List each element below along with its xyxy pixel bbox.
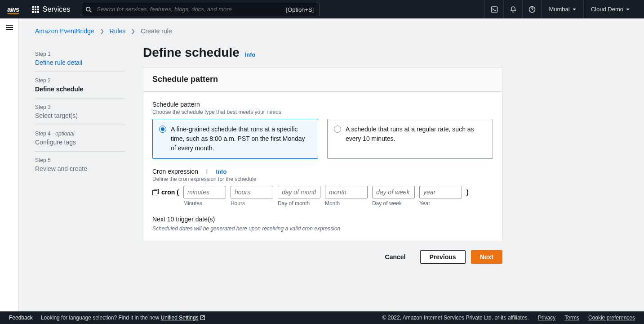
step-3: Step 3 Select target(s): [35, 99, 125, 125]
chevron-right-icon: ❯: [131, 28, 135, 34]
card-header: Schedule pattern: [143, 68, 502, 92]
account-selector[interactable]: Cloud Demo: [583, 0, 637, 18]
page-title: Define schedule Info: [143, 45, 502, 60]
sidebar-toggle[interactable]: [6, 25, 13, 311]
step-2: Step 2 Define schedule: [35, 72, 125, 99]
cron-minutes-input[interactable]: [183, 186, 226, 198]
breadcrumb-link-eventbridge[interactable]: Amazon EventBridge: [35, 27, 94, 35]
services-label: Services: [43, 5, 70, 14]
cron-desc: Define the cron expression for the sched…: [152, 176, 493, 182]
breadcrumb-link-rules[interactable]: Rules: [110, 27, 126, 35]
notifications-button[interactable]: [503, 0, 522, 18]
svg-rect-2: [491, 7, 497, 12]
terms-link[interactable]: Terms: [564, 315, 579, 321]
breadcrumb-current: Create rule: [141, 27, 172, 35]
previous-button[interactable]: Previous: [420, 250, 466, 264]
pattern-desc: Choose the schedule type that best meets…: [152, 109, 493, 115]
schedule-pattern-card: Schedule pattern Schedule pattern Choose…: [143, 67, 502, 241]
language-prompt: Looking for language selection? Find it …: [41, 315, 205, 321]
grid-icon: [32, 6, 39, 13]
search-shortcut-hint: [Option+S]: [286, 6, 314, 13]
step-future-select-targets: Select target(s): [35, 112, 125, 119]
step-current-define-schedule: Define schedule: [35, 86, 125, 93]
radio-regular-rate[interactable]: A schedule that runs at a regular rate, …: [327, 119, 493, 159]
breadcrumb: Amazon EventBridge ❯ Rules ❯ Create rule: [35, 27, 628, 35]
radio-icon: [334, 126, 341, 133]
step-4: Step 4 - optional Configure tags: [35, 125, 125, 152]
step-1: Step 1 Define rule detail: [35, 45, 125, 72]
copyright-text: © 2022, Amazon Internet Services Private…: [382, 315, 529, 321]
chevron-right-icon: ❯: [100, 28, 104, 34]
help-icon: [529, 6, 536, 13]
region-selector[interactable]: Mumbai: [541, 0, 583, 18]
caret-down-icon: [626, 9, 630, 10]
next-button[interactable]: Next: [471, 250, 502, 264]
cron-info-link[interactable]: Info: [216, 168, 227, 175]
cron-prefix: cron (: [152, 186, 179, 196]
cookie-prefs-link[interactable]: Cookie preferences: [588, 315, 635, 321]
cron-dayofmonth-input[interactable]: [278, 186, 320, 198]
radio-icon: [159, 126, 166, 133]
external-link-icon: [200, 315, 205, 320]
services-menu-button[interactable]: Services: [27, 0, 76, 18]
search-icon: [85, 6, 92, 13]
cron-expression-row: cron ( Minutes Hours: [152, 186, 493, 207]
wizard-actions: Cancel Previous Next: [143, 250, 502, 264]
content-area: Amazon EventBridge ❯ Rules ❯ Create rule…: [19, 18, 644, 311]
step-future-review: Review and create: [35, 165, 125, 172]
bottom-bar: Feedback Looking for language selection?…: [0, 311, 644, 324]
bell-icon: [510, 6, 517, 13]
step-5: Step 5 Review and create: [35, 152, 125, 178]
cancel-button[interactable]: Cancel: [376, 250, 415, 264]
caret-down-icon: [573, 9, 576, 10]
trigger-dates-note: Scheduled dates will be generated here u…: [152, 225, 493, 232]
unified-settings-link[interactable]: Unified Settings: [161, 315, 205, 321]
svg-line-1: [90, 10, 92, 12]
info-link[interactable]: Info: [245, 51, 256, 58]
feedback-link[interactable]: Feedback: [9, 315, 33, 321]
left-rail: [0, 18, 19, 311]
pattern-label: Schedule pattern: [152, 101, 493, 108]
aws-logo[interactable]: aws: [7, 5, 19, 13]
cron-month-input[interactable]: [325, 186, 368, 198]
radio-fine-grained[interactable]: A fine-grained schedule that runs at a s…: [152, 119, 318, 159]
cron-dayofweek-input[interactable]: [372, 186, 415, 198]
cron-hours-input[interactable]: [231, 186, 273, 198]
cron-label: Cron expression | Info: [152, 168, 493, 175]
cron-suffix: ): [466, 186, 469, 196]
cloudshell-button[interactable]: [484, 0, 503, 18]
privacy-link[interactable]: Privacy: [538, 315, 555, 321]
search-input[interactable]: [81, 3, 320, 16]
trigger-dates-label: Next 10 trigger date(s): [152, 216, 493, 223]
step-link-define-rule[interactable]: Define rule detail: [35, 59, 125, 66]
topnav-right: Mumbai Cloud Demo: [484, 0, 637, 18]
help-button[interactable]: [522, 0, 541, 18]
form-column: Define schedule Info Schedule pattern Sc…: [143, 45, 502, 264]
svg-point-0: [86, 7, 90, 11]
wizard-steps: Step 1 Define rule detail Step 2 Define …: [35, 45, 125, 264]
copy-icon[interactable]: [152, 189, 159, 195]
top-navigation: aws Services [Option+S] Mumbai: [0, 0, 644, 18]
step-future-configure-tags: Configure tags: [35, 139, 125, 146]
search-container: [Option+S]: [81, 3, 320, 16]
cron-year-input[interactable]: [419, 186, 462, 198]
cloudshell-icon: [491, 6, 498, 13]
